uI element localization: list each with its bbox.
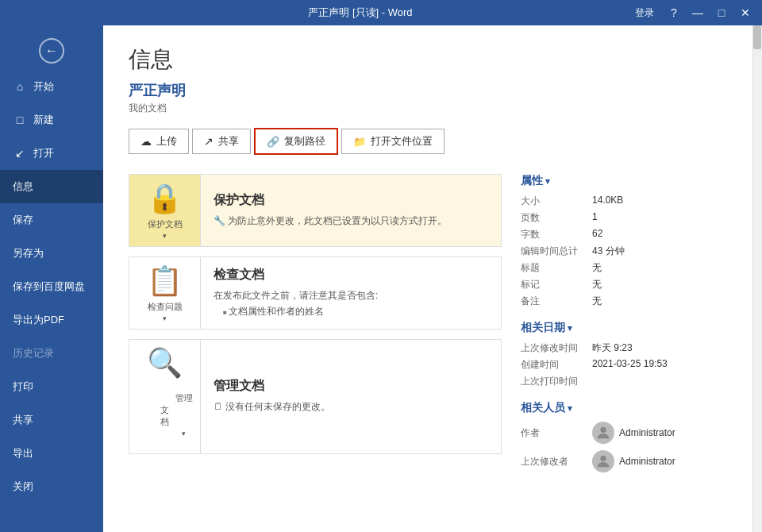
prop-row-words: 字数 62 [521, 228, 727, 241]
sidebar-label-ling-cun-wei: 另存为 [13, 246, 44, 260]
sidebar-item-dao-chu[interactable]: 导出 [0, 437, 103, 470]
new-icon: □ [13, 114, 27, 126]
manage-icon-box[interactable]: 🔍 管理文 档 ▾ [129, 340, 201, 453]
page-title: 信息 [129, 44, 727, 75]
related-persons-title[interactable]: 相关人员 [521, 401, 727, 415]
sidebar-item-xin-xi[interactable]: 信息 [0, 170, 103, 203]
help-button[interactable]: ? [664, 4, 684, 21]
lock-icon: 🔒 [147, 182, 183, 215]
prop-row-size: 大小 14.0KB [521, 195, 727, 208]
inspect-title: 检查文档 [214, 267, 488, 283]
sidebar-item-baiducloud[interactable]: 保存到百度网盘 [0, 270, 103, 303]
sidebar-item-bao-cun[interactable]: 保存 [0, 203, 103, 237]
prop-row-pages: 页数 1 [521, 211, 727, 225]
person-row-last-modifier: 上次修改者 Administrator [521, 450, 727, 472]
related-dates-title[interactable]: 相关日期 [521, 321, 727, 335]
back-button[interactable]: ← [0, 32, 103, 70]
close-button[interactable]: ✕ [735, 4, 756, 21]
prop-key-words: 字数 [521, 228, 592, 241]
upload-label: 上传 [156, 134, 177, 148]
minimize-button[interactable]: — [687, 4, 708, 21]
home-icon: ⌂ [13, 80, 27, 93]
prop-key-pages: 页数 [521, 211, 592, 225]
info-section: 🔒 保护文档 ▾ 保护文档 🔧 为防止意外更改，此文档已设置为以只读方式打开。 [129, 174, 727, 485]
protect-title: 保护文档 [214, 192, 488, 209]
manage-dropdown-arrow: ▾ [182, 430, 186, 438]
person-key-author: 作者 [521, 426, 592, 440]
login-button[interactable]: 登录 [635, 6, 654, 20]
inspect-desc-list: 文档属性和作者的姓名 [214, 304, 488, 319]
prop-row-title: 标题 无 [521, 261, 727, 275]
share-icon: ↗ [204, 135, 214, 148]
inspect-icon-box[interactable]: 📋 检查问题 ▾ [129, 257, 201, 329]
open-icon: ↙ [13, 147, 27, 160]
manage-panel: 🔍 管理文 档 ▾ 管理文档 🗒 没有任何未保存的更改。 [129, 339, 502, 454]
properties-section: 属性 大小 14.0KB 页数 1 字数 62 [521, 174, 727, 308]
prop-val-pages: 1 [592, 211, 598, 225]
copy-path-button[interactable]: 🔗 复制路径 [254, 128, 338, 155]
sidebar-label-da-kai: 打开 [33, 146, 54, 160]
manage-title: 管理文档 [214, 378, 488, 395]
properties-title[interactable]: 属性 [521, 174, 727, 188]
inspect-desc: 在发布此文件之前，请注意其是否包含: 文档属性和作者的姓名 [214, 288, 488, 318]
share-button[interactable]: ↗ 共享 [192, 129, 251, 154]
sidebar-label-bao-cun: 保存 [13, 213, 33, 227]
inspect-dropdown-arrow: ▾ [163, 314, 167, 322]
svg-point-1 [600, 456, 606, 461]
action-buttons-row: ☁ 上传 ↗ 共享 🔗 复制路径 📁 打开文件位置 [129, 128, 727, 155]
open-location-button[interactable]: 📁 打开文件位置 [341, 129, 444, 154]
doc-subtitle: 我的文档 [129, 102, 727, 115]
content-inner: 信息 严正声明 我的文档 ☁ 上传 ↗ 共享 🔗 复制路径 [103, 25, 762, 532]
sidebar-label-da-yin: 打印 [13, 380, 33, 394]
upload-button[interactable]: ☁ 上传 [129, 129, 189, 154]
sidebar-label-dao-chu-pdf: 导出为PDF [13, 313, 64, 327]
date-key-modified: 上次修改时间 [521, 341, 592, 355]
sidebar-item-ling-cun-wei[interactable]: 另存为 [0, 237, 103, 270]
date-key-created: 创建时间 [521, 358, 592, 372]
copy-path-label: 复制路径 [284, 134, 325, 148]
open-location-label: 打开文件位置 [371, 134, 433, 148]
protect-desc: 🔧 为防止意外更改，此文档已设置为以只读方式打开。 [214, 214, 488, 229]
maximize-button[interactable]: □ [711, 4, 732, 21]
sidebar-label-kai-shi: 开始 [33, 79, 54, 94]
scrollbar-thumb[interactable] [753, 25, 761, 49]
sidebar-label-gong-xiang: 共享 [13, 413, 33, 427]
author-name: Administrator [619, 427, 675, 438]
sidebar-item-da-yin[interactable]: 打印 [0, 370, 103, 403]
prop-key-tag: 标记 [521, 278, 592, 291]
last-modifier-avatar [592, 450, 614, 472]
sidebar-item-guan-bi[interactable]: 关闭 [0, 470, 103, 503]
protect-icon-box[interactable]: 🔒 保护文档 ▾ [129, 175, 201, 246]
sidebar-item-kai-shi[interactable]: ⌂ 开始 [0, 70, 103, 103]
share-label: 共享 [218, 134, 239, 148]
person-key-last-modifier: 上次修改者 [521, 455, 592, 468]
doc-title: 严正声明 [129, 83, 186, 98]
prop-val-edittime: 43 分钟 [592, 245, 625, 258]
related-persons-section: 相关人员 作者 Administrator 上次修改者 [521, 401, 727, 472]
date-val-modified: 昨天 9:23 [592, 341, 633, 355]
folder-icon: 📁 [353, 136, 366, 148]
sidebar-item-da-kai[interactable]: ↙ 打开 [0, 137, 103, 170]
sidebar-label-dao-chu: 导出 [13, 446, 33, 461]
protect-desc-text: 为防止意外更改，此文档已设置为以只读方式打开。 [228, 215, 447, 226]
titlebar-controls: 登录 ? — □ ✕ [635, 4, 756, 21]
date-row-created: 创建时间 2021-03-25 19:53 [521, 358, 727, 372]
prop-val-tag: 无 [592, 278, 602, 291]
sidebar-item-dao-chu-pdf[interactable]: 导出为PDF [0, 303, 103, 337]
inspect-content: 检查文档 在发布此文件之前，请注意其是否包含: 文档属性和作者的姓名 [201, 257, 501, 329]
prop-val-title: 无 [592, 261, 602, 275]
prop-val-size: 14.0KB [592, 195, 623, 208]
back-circle-icon: ← [39, 38, 64, 64]
protect-dropdown-arrow: ▾ [163, 232, 167, 240]
manage-desc-icon: 🗒 [214, 401, 223, 412]
content-area: 信息 严正声明 我的文档 ☁ 上传 ↗ 共享 🔗 复制路径 [103, 25, 762, 532]
author-avatar [592, 422, 614, 444]
right-panel: 属性 大小 14.0KB 页数 1 字数 62 [521, 174, 727, 485]
scrollbar-track[interactable] [752, 25, 762, 532]
date-val-created: 2021-03-25 19:53 [592, 358, 668, 372]
last-modifier-name: Administrator [619, 456, 675, 467]
sidebar-item-xin-jian[interactable]: □ 新建 [0, 103, 103, 137]
sidebar-label-xin-xi: 信息 [13, 179, 33, 194]
date-row-printed: 上次打印时间 [521, 375, 727, 388]
sidebar-item-gong-xiang[interactable]: 共享 [0, 403, 103, 437]
